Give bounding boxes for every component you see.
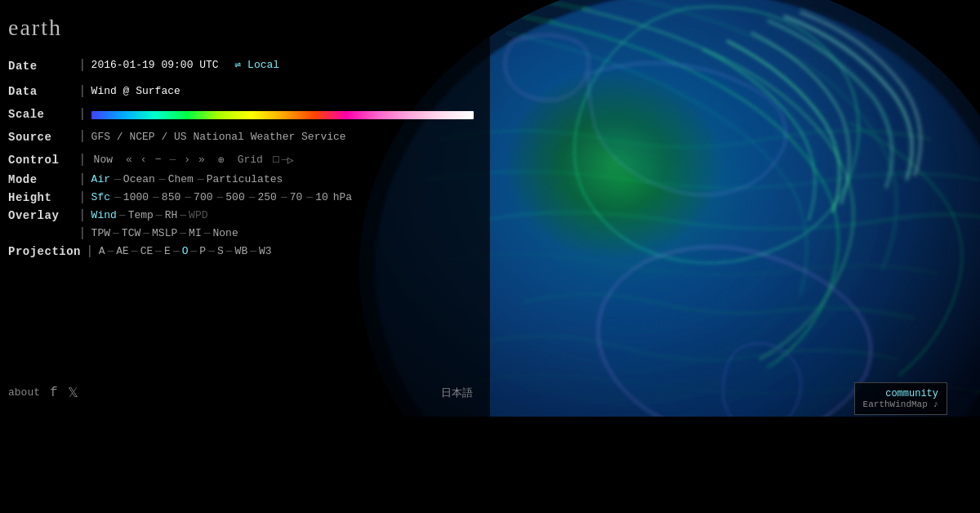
- proj-o[interactable]: O: [182, 245, 189, 257]
- height-250[interactable]: 250: [258, 191, 277, 203]
- overlay-row1: Overlay | Wind — Temp — RH — WPD: [8, 208, 474, 223]
- about-link[interactable]: about: [8, 386, 40, 399]
- mode-air[interactable]: Air: [91, 173, 110, 185]
- proj-a[interactable]: A: [99, 245, 105, 257]
- mode-label: Mode: [8, 173, 74, 186]
- japanese-link[interactable]: 日本語: [441, 386, 473, 400]
- community-badge: community EarthWindMap ♪: [854, 382, 947, 415]
- overlay-label: Overlay: [8, 209, 74, 222]
- overlay-row2: | TPW — TCW — MSLP — MI — None: [8, 226, 474, 241]
- date-value: 2016-01-19 09:00 UTC: [91, 57, 219, 74]
- overlay-tcw[interactable]: TCW: [122, 227, 140, 239]
- mode-ocean[interactable]: Ocean: [123, 173, 155, 185]
- height-10[interactable]: 10: [315, 191, 328, 203]
- control-square[interactable]: □: [273, 154, 279, 166]
- projection-row: Projection | A — AE — CE — E — O — P — S…: [8, 244, 474, 259]
- scale-bar: [91, 111, 474, 119]
- overlay-mslp[interactable]: MSLP: [152, 227, 177, 239]
- control-circle[interactable]: ⊕: [218, 154, 225, 167]
- control-label: Control: [8, 154, 74, 167]
- control-row: Control | Now « ‹ − — › » ⊕ Grid □ — ▷: [8, 153, 474, 167]
- height-700[interactable]: 700: [194, 191, 212, 203]
- height-row: Height | Sfc — 1000 — 850 — 700 — 500 — …: [8, 190, 474, 205]
- facebook-icon[interactable]: f: [50, 386, 58, 400]
- control-prev-prev[interactable]: «: [126, 154, 132, 166]
- proj-wb[interactable]: WB: [235, 245, 248, 257]
- data-row: Data | Wind @ Surface: [8, 82, 474, 103]
- control-minus[interactable]: −: [155, 154, 162, 166]
- overlay-wind[interactable]: Wind: [91, 209, 117, 221]
- scale-label: Scale: [8, 108, 74, 121]
- overlay-none[interactable]: None: [213, 227, 238, 239]
- source-value: GFS / NCEP / US National Weather Service: [91, 129, 346, 146]
- source-label: Source: [8, 128, 74, 146]
- height-sfc[interactable]: Sfc: [91, 191, 110, 203]
- local-link[interactable]: ⇌ Local: [234, 57, 279, 74]
- overlay-mi[interactable]: MI: [189, 227, 202, 239]
- height-label: Height: [8, 191, 74, 204]
- overlay-rh[interactable]: RH: [165, 209, 178, 221]
- bottom-strip: [0, 417, 980, 513]
- twitter-icon[interactable]: 𝕏: [68, 385, 78, 400]
- control-dash: —: [169, 154, 176, 166]
- community-subtitle: EarthWindMap ♪: [863, 399, 938, 409]
- date-row: Date | 2016-01-19 09:00 UTC ⇌ Local: [8, 56, 474, 77]
- app-title: earth: [8, 15, 474, 41]
- height-1000[interactable]: 1000: [123, 191, 149, 203]
- proj-ae[interactable]: AE: [116, 245, 129, 257]
- date-label: Date: [8, 57, 74, 75]
- mode-chem[interactable]: Chem: [168, 173, 194, 185]
- overlay-temp[interactable]: Temp: [128, 209, 154, 221]
- proj-p[interactable]: P: [199, 245, 206, 257]
- mode-row: Mode | Air — Ocean — Chem — Particulates: [8, 172, 474, 187]
- source-row: Source | GFS / NCEP / US National Weathe…: [8, 127, 474, 148]
- proj-ce[interactable]: CE: [140, 245, 154, 257]
- proj-e[interactable]: E: [164, 245, 171, 257]
- control-plus[interactable]: ›: [184, 154, 190, 166]
- footer: about f 𝕏: [8, 385, 78, 400]
- scale-row: Scale |: [8, 107, 474, 122]
- projection-label: Projection: [8, 245, 81, 258]
- control-grid[interactable]: Grid: [238, 154, 263, 166]
- height-850[interactable]: 850: [162, 191, 180, 203]
- control-prev[interactable]: ‹: [140, 154, 147, 166]
- height-500[interactable]: 500: [225, 191, 244, 203]
- control-play[interactable]: ▷: [287, 154, 294, 167]
- control-now[interactable]: Now: [94, 154, 113, 166]
- overlay-tpw[interactable]: TPW: [91, 227, 110, 239]
- overlay-wpd[interactable]: WPD: [189, 209, 207, 221]
- mode-particulates[interactable]: Particulates: [207, 173, 283, 185]
- data-label: Data: [8, 83, 74, 100]
- control-next[interactable]: »: [198, 154, 205, 166]
- community-title: community: [863, 388, 938, 399]
- proj-w3[interactable]: W3: [259, 245, 272, 257]
- info-panel: earth Date | 2016-01-19 09:00 UTC ⇌ Loca…: [0, 0, 490, 417]
- data-value: Wind @ Surface: [91, 83, 180, 100]
- proj-s[interactable]: S: [217, 245, 224, 257]
- height-unit: hPa: [333, 191, 352, 203]
- height-70[interactable]: 70: [290, 191, 303, 203]
